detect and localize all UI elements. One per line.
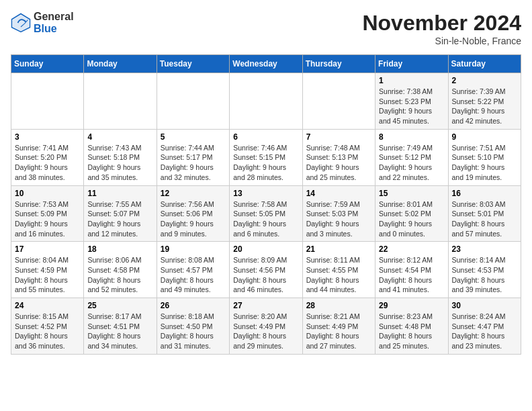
calendar-cell [302, 73, 375, 130]
calendar-week-4: 17Sunrise: 8:04 AM Sunset: 4:59 PM Dayli… [11, 242, 521, 298]
calendar-cell: 26Sunrise: 8:18 AM Sunset: 4:50 PM Dayli… [157, 298, 229, 355]
day-number: 18 [87, 244, 152, 254]
calendar-cell: 7Sunrise: 7:48 AM Sunset: 5:13 PM Daylig… [302, 129, 375, 185]
day-number: 26 [161, 301, 226, 310]
day-number: 13 [233, 189, 298, 198]
logo: General Blue [11, 11, 74, 35]
day-info: Sunrise: 7:41 AM Sunset: 5:20 PM Dayligh… [15, 143, 80, 183]
day-info: Sunrise: 7:56 AM Sunset: 5:06 PM Dayligh… [161, 199, 226, 239]
day-info: Sunrise: 7:58 AM Sunset: 5:05 PM Dayligh… [233, 199, 298, 239]
day-info: Sunrise: 8:06 AM Sunset: 4:58 PM Dayligh… [87, 255, 152, 295]
title-block: November 2024 Sin-le-Noble, France [362, 11, 521, 46]
day-number: 5 [161, 132, 226, 142]
calendar-cell: 2Sunrise: 7:39 AM Sunset: 5:22 PM Daylig… [448, 73, 521, 130]
day-number: 27 [233, 301, 298, 310]
calendar-cell: 27Sunrise: 8:20 AM Sunset: 4:49 PM Dayli… [230, 298, 302, 355]
calendar-cell: 9Sunrise: 7:51 AM Sunset: 5:10 PM Daylig… [448, 129, 521, 185]
day-number: 7 [306, 132, 371, 142]
weekday-header-row: SundayMondayTuesdayWednesdayThursdayFrid… [11, 55, 521, 73]
logo-text: General Blue [34, 11, 74, 35]
day-number: 17 [15, 244, 80, 254]
day-number: 6 [233, 132, 298, 142]
calendar-cell: 8Sunrise: 7:49 AM Sunset: 5:12 PM Daylig… [375, 129, 448, 185]
month-title: November 2024 [362, 11, 521, 36]
day-info: Sunrise: 8:24 AM Sunset: 4:47 PM Dayligh… [452, 312, 517, 351]
calendar-cell [11, 73, 84, 130]
day-info: Sunrise: 8:12 AM Sunset: 4:54 PM Dayligh… [379, 255, 444, 295]
calendar-cell: 23Sunrise: 8:14 AM Sunset: 4:53 PM Dayli… [448, 242, 521, 298]
calendar-cell [84, 73, 157, 130]
day-number: 25 [87, 301, 152, 310]
calendar-cell: 28Sunrise: 8:21 AM Sunset: 4:49 PM Dayli… [302, 298, 375, 355]
calendar-cell: 11Sunrise: 7:55 AM Sunset: 5:07 PM Dayli… [84, 185, 157, 242]
day-info: Sunrise: 8:09 AM Sunset: 4:56 PM Dayligh… [233, 255, 298, 295]
day-number: 20 [233, 244, 298, 254]
day-info: Sunrise: 7:48 AM Sunset: 5:13 PM Dayligh… [306, 143, 371, 183]
calendar-cell: 4Sunrise: 7:43 AM Sunset: 5:18 PM Daylig… [84, 129, 157, 185]
day-info: Sunrise: 7:49 AM Sunset: 5:12 PM Dayligh… [379, 143, 444, 183]
day-info: Sunrise: 7:44 AM Sunset: 5:17 PM Dayligh… [161, 143, 226, 183]
day-info: Sunrise: 8:08 AM Sunset: 4:57 PM Dayligh… [161, 255, 226, 295]
day-number: 29 [379, 301, 444, 310]
calendar-cell: 16Sunrise: 8:03 AM Sunset: 5:01 PM Dayli… [448, 185, 521, 242]
day-number: 2 [452, 76, 517, 85]
day-number: 16 [452, 189, 517, 198]
day-info: Sunrise: 7:51 AM Sunset: 5:10 PM Dayligh… [452, 143, 517, 183]
calendar-week-3: 10Sunrise: 7:53 AM Sunset: 5:09 PM Dayli… [11, 185, 521, 242]
day-info: Sunrise: 8:20 AM Sunset: 4:49 PM Dayligh… [233, 312, 298, 351]
calendar-header: SundayMondayTuesdayWednesdayThursdayFrid… [11, 55, 521, 73]
weekday-header-monday: Monday [84, 55, 157, 73]
calendar-cell: 1Sunrise: 7:38 AM Sunset: 5:23 PM Daylig… [375, 73, 448, 130]
calendar-cell: 22Sunrise: 8:12 AM Sunset: 4:54 PM Dayli… [375, 242, 448, 298]
calendar-cell: 12Sunrise: 7:56 AM Sunset: 5:06 PM Dayli… [157, 185, 229, 242]
weekday-header-friday: Friday [375, 55, 448, 73]
day-info: Sunrise: 8:21 AM Sunset: 4:49 PM Dayligh… [306, 312, 371, 351]
calendar-cell: 21Sunrise: 8:11 AM Sunset: 4:55 PM Dayli… [302, 242, 375, 298]
calendar-cell: 20Sunrise: 8:09 AM Sunset: 4:56 PM Dayli… [230, 242, 302, 298]
day-number: 30 [452, 301, 517, 310]
weekday-header-wednesday: Wednesday [230, 55, 302, 73]
day-info: Sunrise: 8:18 AM Sunset: 4:50 PM Dayligh… [161, 312, 226, 351]
weekday-header-sunday: Sunday [11, 55, 84, 73]
day-number: 14 [306, 189, 371, 198]
calendar-cell: 18Sunrise: 8:06 AM Sunset: 4:58 PM Dayli… [84, 242, 157, 298]
calendar-cell: 10Sunrise: 7:53 AM Sunset: 5:09 PM Dayli… [11, 185, 84, 242]
calendar-cell: 15Sunrise: 8:01 AM Sunset: 5:02 PM Dayli… [375, 185, 448, 242]
day-info: Sunrise: 8:04 AM Sunset: 4:59 PM Dayligh… [15, 255, 80, 295]
day-info: Sunrise: 7:38 AM Sunset: 5:23 PM Dayligh… [379, 87, 444, 126]
day-number: 15 [379, 189, 444, 198]
calendar-table: SundayMondayTuesdayWednesdayThursdayFrid… [11, 54, 521, 355]
day-info: Sunrise: 7:55 AM Sunset: 5:07 PM Dayligh… [87, 199, 152, 239]
day-number: 12 [161, 189, 226, 198]
calendar-cell: 17Sunrise: 8:04 AM Sunset: 4:59 PM Dayli… [11, 242, 84, 298]
day-number: 19 [161, 244, 226, 254]
day-number: 9 [452, 132, 517, 142]
day-number: 10 [15, 189, 80, 198]
day-number: 21 [306, 244, 371, 254]
calendar-cell [230, 73, 302, 130]
day-info: Sunrise: 7:59 AM Sunset: 5:03 PM Dayligh… [306, 199, 371, 239]
day-number: 3 [15, 132, 80, 142]
day-number: 11 [87, 189, 152, 198]
logo-icon [11, 13, 31, 33]
calendar-cell: 24Sunrise: 8:15 AM Sunset: 4:52 PM Dayli… [11, 298, 84, 355]
calendar-week-1: 1Sunrise: 7:38 AM Sunset: 5:23 PM Daylig… [11, 73, 521, 130]
day-info: Sunrise: 7:46 AM Sunset: 5:15 PM Dayligh… [233, 143, 298, 183]
calendar-cell: 13Sunrise: 7:58 AM Sunset: 5:05 PM Dayli… [230, 185, 302, 242]
weekday-header-tuesday: Tuesday [157, 55, 229, 73]
calendar-week-5: 24Sunrise: 8:15 AM Sunset: 4:52 PM Dayli… [11, 298, 521, 355]
day-info: Sunrise: 8:23 AM Sunset: 4:48 PM Dayligh… [379, 312, 444, 351]
calendar-cell: 29Sunrise: 8:23 AM Sunset: 4:48 PM Dayli… [375, 298, 448, 355]
calendar-week-2: 3Sunrise: 7:41 AM Sunset: 5:20 PM Daylig… [11, 129, 521, 185]
day-info: Sunrise: 8:17 AM Sunset: 4:51 PM Dayligh… [87, 312, 152, 351]
day-number: 24 [15, 301, 80, 310]
weekday-header-thursday: Thursday [302, 55, 375, 73]
day-number: 28 [306, 301, 371, 310]
calendar-cell [157, 73, 229, 130]
calendar-cell: 3Sunrise: 7:41 AM Sunset: 5:20 PM Daylig… [11, 129, 84, 185]
calendar-cell: 19Sunrise: 8:08 AM Sunset: 4:57 PM Dayli… [157, 242, 229, 298]
day-number: 4 [87, 132, 152, 142]
calendar-cell: 30Sunrise: 8:24 AM Sunset: 4:47 PM Dayli… [448, 298, 521, 355]
day-number: 22 [379, 244, 444, 254]
day-info: Sunrise: 7:39 AM Sunset: 5:22 PM Dayligh… [452, 87, 517, 126]
